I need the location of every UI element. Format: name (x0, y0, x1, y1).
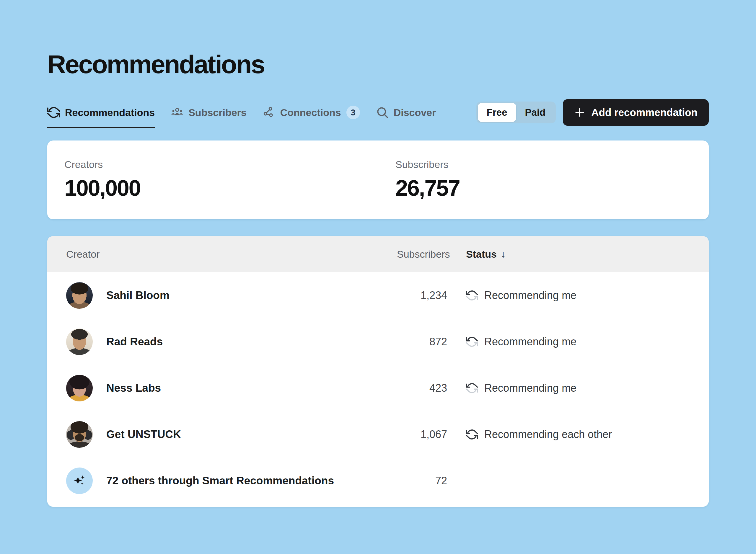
connections-count-badge: 3 (346, 106, 360, 119)
stat-creators: Creators 100,000 (47, 141, 378, 219)
add-recommendation-button[interactable]: Add recommendation (563, 99, 709, 126)
avatar (66, 421, 93, 448)
subscriber-count: 1,067 (397, 428, 447, 441)
creator-name: Sahil Bloom (106, 289, 169, 301)
table-row[interactable]: Ness Labs 423 Recommending me (47, 365, 709, 411)
stat-subscribers: Subscribers 26,757 (378, 141, 709, 219)
toggle-free-option[interactable]: Free (478, 103, 516, 122)
creator-name: Get UNSTUCK (106, 428, 181, 441)
network-icon (262, 106, 275, 119)
tab-label: Recommendations (65, 107, 155, 118)
recommending-cycle-icon (466, 382, 478, 394)
tab-label: Subscribers (188, 107, 247, 118)
table-row[interactable]: Rad Reads 872 Recommending me (47, 319, 709, 365)
subscriber-count: 423 (397, 382, 447, 394)
status-label: Recommending me (484, 336, 576, 348)
recommending-cycle-icon (466, 336, 478, 348)
people-icon (171, 106, 184, 119)
tab-connections[interactable]: Connections 3 (262, 106, 360, 128)
tabs-nav: Recommendations Subscribers Connections … (47, 103, 436, 128)
status-label: Recommending each other (484, 428, 612, 441)
status-cell: Recommending me (466, 336, 690, 348)
status-cell: Recommending me (466, 289, 690, 301)
search-icon (376, 106, 389, 119)
stat-subscribers-value: 26,757 (395, 175, 709, 201)
table-row[interactable]: Sahil Bloom 1,234 Recommending me (47, 272, 709, 319)
tab-bar: Recommendations Subscribers Connections … (47, 103, 709, 132)
add-recommendation-label: Add recommendation (591, 107, 698, 118)
stats-divider (378, 141, 378, 219)
avatar (66, 329, 93, 355)
plus-icon (574, 107, 585, 118)
recommendations-table: Creator Subscribers Status ↓ Sahil Bloom… (47, 236, 709, 507)
creator-name: 72 others through Smart Recommendations (106, 475, 334, 487)
stat-subscribers-label: Subscribers (395, 159, 709, 170)
recommending-each-other-cycle-icon (466, 429, 478, 440)
column-header-creator: Creator (66, 248, 397, 260)
subscriber-count: 1,234 (397, 289, 447, 301)
recommending-cycle-icon (466, 289, 478, 301)
header-actions: Free Paid Add recommendation (476, 99, 709, 126)
column-header-subscribers[interactable]: Subscribers (397, 248, 447, 260)
status-label: Recommending me (484, 382, 576, 394)
creator-name: Rad Reads (106, 336, 163, 348)
subscriber-count: 72 (397, 475, 447, 487)
creator-name: Ness Labs (106, 382, 161, 394)
tab-label: Connections (280, 107, 341, 118)
tab-subscribers[interactable]: Subscribers (171, 106, 247, 128)
page-title: Recommendations (47, 0, 709, 77)
table-row-smart-recommendations[interactable]: 72 others through Smart Recommendations … (47, 457, 709, 504)
avatar (66, 282, 93, 309)
stat-creators-label: Creators (64, 159, 378, 170)
avatar (66, 375, 93, 401)
smart-recommendations-circle (66, 467, 93, 494)
subscriber-count: 872 (397, 336, 447, 348)
tab-recommendations[interactable]: Recommendations (47, 106, 155, 128)
recommendations-cycle-icon (47, 106, 60, 119)
stats-card: Creators 100,000 Subscribers 26,757 (47, 141, 709, 219)
table-header: Creator Subscribers Status ↓ (47, 236, 709, 272)
stat-creators-value: 100,000 (64, 175, 378, 201)
status-cell: Recommending me (466, 382, 690, 394)
sort-descending-icon: ↓ (501, 248, 506, 260)
table-row[interactable]: Get UNSTUCK 1,067 Recommending each othe… (47, 411, 709, 457)
recommendations-page: Recommendations Recommendations Subscrib… (0, 0, 756, 507)
audience-toggle: Free Paid (476, 102, 556, 123)
toggle-paid-option[interactable]: Paid (516, 103, 555, 122)
status-label: Recommending me (484, 289, 576, 301)
tab-label: Discover (394, 107, 436, 118)
sparkles-icon (72, 474, 87, 488)
tab-discover[interactable]: Discover (376, 106, 436, 128)
column-header-status[interactable]: Status ↓ (466, 248, 690, 260)
status-cell: Recommending each other (466, 428, 690, 441)
